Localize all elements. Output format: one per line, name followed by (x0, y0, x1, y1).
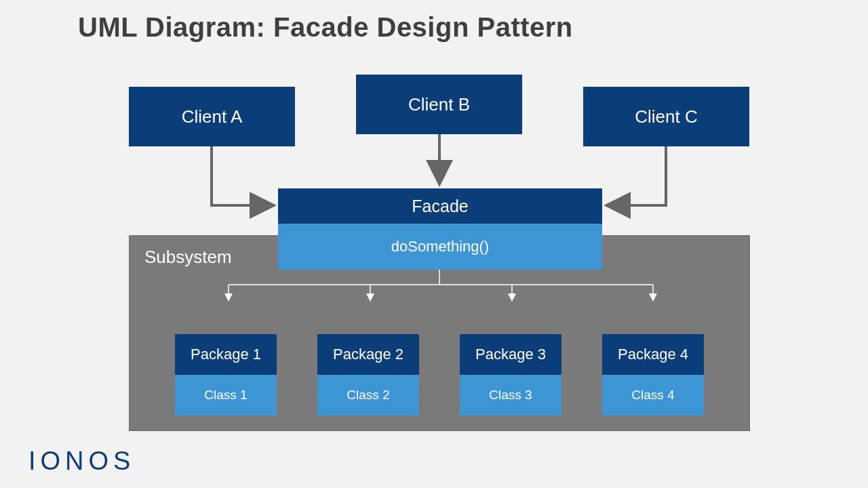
client-b-box: Client B (356, 75, 522, 134)
client-a-box: Client A (129, 87, 295, 146)
subsystem-label: Subsystem (144, 247, 232, 268)
diagram-title: UML Diagram: Facade Design Pattern (78, 12, 573, 43)
package-4: Package 4 Class 4 (602, 334, 704, 415)
package-4-class: Class 4 (602, 375, 704, 415)
package-2-class: Class 2 (317, 375, 419, 415)
facade-method: doSomething() (278, 224, 602, 270)
package-2: Package 2 Class 2 (317, 334, 419, 415)
package-3-class: Class 3 (460, 375, 561, 415)
ionos-logo: IONOS (28, 447, 135, 476)
package-4-title: Package 4 (602, 334, 704, 375)
package-1: Package 1 Class 1 (175, 334, 277, 415)
facade-box: Facade doSomething() (278, 188, 602, 270)
packages-row: Package 1 Class 1 Package 2 Class 2 Pack… (130, 334, 749, 415)
facade-title: Facade (278, 188, 602, 224)
package-1-title: Package 1 (175, 334, 277, 375)
package-1-class: Class 1 (175, 375, 277, 415)
package-3-title: Package 3 (460, 334, 561, 375)
package-3: Package 3 Class 3 (460, 334, 561, 415)
package-2-title: Package 2 (317, 334, 419, 375)
client-c-box: Client C (583, 87, 749, 146)
